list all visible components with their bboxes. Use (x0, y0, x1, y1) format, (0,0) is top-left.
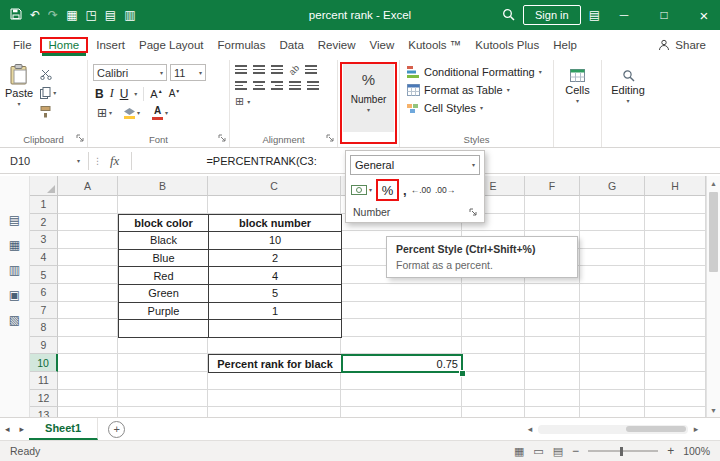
zoom-slider-thumb[interactable] (620, 447, 623, 456)
column-header-C[interactable]: C (208, 176, 341, 196)
format-painter-button[interactable] (38, 105, 58, 119)
row-header-2[interactable]: 2 (30, 214, 58, 232)
number-dialog-launcher-icon[interactable] (469, 206, 477, 218)
align-center-button[interactable] (253, 80, 265, 91)
alignment-dialog-launcher-icon[interactable] (326, 132, 334, 144)
sign-in-button[interactable]: Sign in (523, 5, 581, 25)
percent-style-button[interactable]: % (376, 179, 399, 201)
normal-view-icon[interactable]: ▦ (514, 446, 524, 457)
cell-B3[interactable]: Black (118, 231, 209, 250)
close-button[interactable]: × (688, 0, 720, 30)
cell-B4[interactable]: Blue (118, 249, 209, 268)
align-left-button[interactable] (235, 80, 247, 91)
search-icon[interactable] (502, 8, 515, 23)
ribbon-display-options-icon[interactable]: ▤ (589, 8, 600, 22)
hscroll-thumb[interactable] (626, 426, 686, 432)
maximize-button[interactable]: □ (648, 0, 680, 30)
column-header-B[interactable]: B (118, 176, 208, 196)
pane-advanced-icon[interactable]: ▧ (9, 314, 20, 326)
tab-home[interactable]: Home (42, 34, 87, 56)
row-header-9[interactable]: 9 (30, 337, 58, 355)
undo-icon[interactable]: ↶ (30, 9, 40, 21)
increase-font-size-button[interactable]: A▲ (150, 88, 162, 100)
column-header-F[interactable]: F (525, 176, 580, 196)
increase-indent-button[interactable] (307, 80, 319, 91)
new-sheet-button[interactable]: + (108, 421, 125, 438)
cell-B7[interactable]: Purple (118, 302, 209, 321)
row-header-7[interactable]: 7 (30, 302, 58, 320)
sheet-nav-right-icon[interactable]: ▸ (15, 424, 30, 434)
pane-worksheet-icon[interactable]: ▦ (9, 239, 20, 251)
scroll-down-icon[interactable]: ▼ (707, 403, 720, 417)
row-header-6[interactable]: 6 (30, 284, 58, 302)
scroll-up-icon[interactable]: ▲ (707, 176, 720, 190)
conditional-formatting-button[interactable]: Conditional Formatting ▾ (405, 65, 548, 79)
column-header-H[interactable]: H (645, 176, 706, 196)
row-header-3[interactable]: 3 (30, 231, 58, 249)
font-name-select[interactable]: Calibri▾ (93, 64, 167, 81)
align-middle-button[interactable] (253, 64, 265, 75)
decrease-decimal-button[interactable]: .00→ (435, 185, 455, 195)
font-dialog-launcher-icon[interactable] (218, 132, 226, 144)
cell-C3[interactable]: 10 (208, 231, 342, 250)
editing-button[interactable]: Editing ▾ (607, 64, 649, 104)
qat-reading-view-icon[interactable]: ▤ (105, 9, 116, 21)
column-header-G[interactable]: G (580, 176, 645, 196)
qat-chart-icon[interactable]: ▦ (66, 9, 77, 21)
row-header-5[interactable]: 5 (30, 266, 58, 284)
clipboard-dialog-launcher-icon[interactable] (76, 132, 84, 144)
increase-decimal-button[interactable]: ←.00 (411, 185, 431, 195)
decrease-font-size-button[interactable]: A▼ (169, 88, 181, 99)
cell-C4[interactable]: 2 (208, 249, 342, 268)
underline-button[interactable]: U (120, 87, 129, 101)
qat-capture-icon[interactable]: ◳ (85, 9, 96, 21)
format-as-table-button[interactable]: Format as Table ▾ (405, 83, 548, 97)
fill-handle[interactable] (459, 370, 466, 377)
tab-review[interactable]: Review (311, 34, 363, 56)
orientation-button[interactable]: ab (287, 62, 301, 76)
bold-button[interactable]: B (95, 87, 104, 101)
tab-help[interactable]: Help (546, 34, 584, 56)
cells-button[interactable]: Cells ▾ (559, 64, 596, 104)
name-box[interactable]: D10▾ (6, 151, 84, 171)
cell-C7[interactable]: 1 (208, 302, 342, 321)
hscroll-track[interactable] (538, 425, 688, 434)
qat-pane-icon[interactable]: ▥ (124, 9, 135, 21)
comma-style-button[interactable]: , (403, 183, 407, 198)
fill-color-button[interactable]: ▾ (122, 107, 142, 120)
row-header-8[interactable]: 8 (30, 319, 58, 337)
cell-C10[interactable]: Percent rank for black (208, 354, 342, 373)
decrease-indent-button[interactable] (289, 80, 301, 91)
tab-file[interactable]: File (6, 34, 39, 56)
page-break-view-icon[interactable]: ▤ (553, 446, 563, 457)
tab-page-layout[interactable]: Page Layout (132, 34, 211, 56)
zoom-level[interactable]: 100% (683, 445, 710, 457)
zoom-out-button[interactable]: − (572, 444, 579, 458)
row-header-13[interactable]: 13 (30, 407, 58, 417)
align-bottom-button[interactable] (271, 64, 283, 75)
redo-icon[interactable]: ↷ (48, 9, 58, 21)
merge-center-button[interactable]: ⊞ (235, 95, 244, 108)
column-header-A[interactable]: A (58, 176, 118, 196)
tab-kutools[interactable]: Kutools ™ (401, 34, 468, 56)
align-top-button[interactable] (235, 64, 247, 75)
cell-B6[interactable]: Green (118, 284, 209, 303)
copy-button[interactable]: ▾ (38, 86, 58, 100)
font-color-button[interactable]: A▾ (150, 105, 170, 121)
wrap-text-button[interactable] (305, 64, 317, 75)
cell-B5[interactable]: Red (118, 266, 209, 285)
tab-formulas[interactable]: Formulas (211, 34, 273, 56)
save-icon[interactable] (10, 8, 22, 22)
cut-button[interactable] (38, 67, 58, 81)
tab-data[interactable]: Data (273, 34, 311, 56)
cells-area[interactable]: block color block number Black 10 Blue 2… (58, 196, 706, 417)
zoom-in-button[interactable]: + (667, 444, 674, 458)
cell-B8[interactable] (118, 319, 209, 338)
page-layout-view-icon[interactable]: ▭ (533, 446, 543, 457)
borders-button[interactable]: ⊞▾ (95, 105, 114, 121)
cell-C5[interactable]: 4 (208, 266, 342, 285)
cell-C2[interactable]: block number (208, 214, 342, 233)
select-all-corner[interactable] (30, 176, 58, 196)
cell-C6[interactable]: 5 (208, 284, 342, 303)
tab-view[interactable]: View (363, 34, 402, 56)
